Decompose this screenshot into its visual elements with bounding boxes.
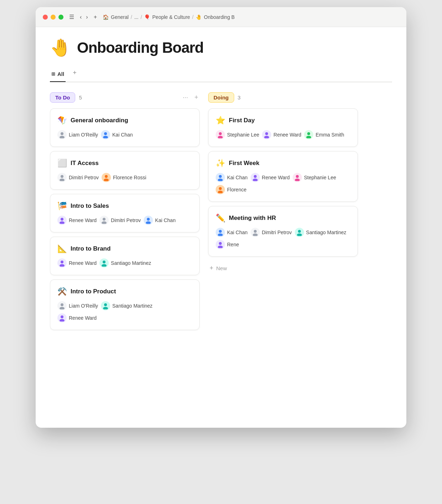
avatar-kai [101, 130, 110, 139]
breadcrumb-ellipsis[interactable]: ... [134, 14, 139, 20]
avatar-santiago-brand [99, 258, 109, 268]
card-assignees-product: Liam O'Reilly Santiago Martinez [57, 301, 192, 323]
breadcrumb-sep-1: / [131, 14, 132, 20]
card-intro-sales[interactable]: 🎏 Intro to Sales Renee Ward [50, 194, 200, 232]
tab-add-button[interactable]: + [70, 68, 79, 78]
svg-point-32 [254, 175, 257, 178]
assignee-kai-sales: Kai Chan [144, 216, 176, 225]
assignee-name-dimitri: Dimitri Petrov [69, 175, 99, 180]
card-title-general-onboarding: General onboarding [71, 117, 128, 124]
add-page-button[interactable]: + [92, 13, 98, 21]
svg-point-33 [253, 179, 258, 181]
assignee-kai-hr: Kai Chan [216, 228, 248, 237]
assignee-name-stephanie-fw: Stephanie Lee [304, 175, 336, 180]
svg-point-20 [104, 303, 107, 306]
svg-point-25 [218, 136, 223, 138]
assignee-name-florence: Florence Rossi [113, 175, 146, 180]
svg-point-26 [265, 132, 268, 135]
page-title: Onboarding Board [77, 39, 204, 56]
avatar-stephanie-fd [216, 130, 225, 139]
svg-point-15 [60, 264, 65, 267]
breadcrumb-people-culture[interactable]: People & Culture [152, 14, 190, 20]
tabs-bar: ⊞ All + [50, 68, 392, 82]
back-button[interactable]: ‹ [78, 13, 83, 21]
assignee-liam-product: Liam O'Reilly [57, 301, 98, 310]
menu-button[interactable]: ☰ [68, 13, 76, 21]
avatar-renee-sales [57, 216, 67, 225]
svg-point-38 [219, 230, 222, 233]
svg-point-19 [60, 307, 65, 309]
assignee-name-renee-fd: Renee Ward [273, 132, 301, 138]
assignee-santiago-hr: Santiago Martinez [295, 228, 346, 237]
page-icon: 🤚 [50, 38, 71, 58]
svg-point-39 [218, 233, 223, 236]
assignee-renee-brand: Renee Ward [57, 258, 97, 268]
svg-point-22 [61, 315, 63, 318]
close-button[interactable] [43, 15, 48, 20]
card-it-access[interactable]: ⬜ IT Access Dimitri Petrov [50, 151, 200, 190]
assignee-liam: Liam O'Reilly [57, 130, 98, 139]
assignee-name-dimitri-hr: Dimitri Petrov [262, 230, 292, 235]
avatar-renee-fd [262, 130, 271, 139]
avatar-dimitri-sales [99, 216, 109, 225]
card-general-onboarding[interactable]: 🪁 General onboarding Liam O'Reilly [50, 108, 200, 147]
avatar-dimitri [57, 173, 67, 182]
column-label-todo[interactable]: To Do [50, 92, 75, 103]
svg-point-5 [60, 179, 65, 181]
svg-point-44 [219, 242, 222, 245]
breadcrumb-general[interactable]: General [111, 14, 129, 20]
card-emoji-product: ⚒️ [57, 287, 67, 296]
svg-point-13 [146, 221, 151, 224]
card-first-week[interactable]: ✨ First Week Kai Chan [208, 151, 358, 202]
card-title-sales: Intro to Sales [71, 202, 109, 210]
card-assignees-hr: Kai Chan Dimitri Petrov Sa [216, 228, 350, 249]
assignee-name-renee-product: Renee Ward [69, 315, 97, 321]
breadcrumb-icon-home: 🏠 [103, 14, 109, 20]
card-assignees-general-onboarding: Liam O'Reilly Kai Chan [57, 130, 192, 139]
title-bar-controls: ☰ ‹ › + [68, 13, 98, 21]
breadcrumb-onboarding[interactable]: Onboarding B [204, 14, 235, 20]
svg-point-35 [295, 179, 300, 181]
svg-point-2 [104, 132, 107, 135]
column-more-todo[interactable]: ··· [181, 93, 189, 102]
tab-all[interactable]: ⊞ All [50, 68, 66, 82]
assignee-florence: Florence Rossi [102, 173, 146, 182]
breadcrumb: 🏠 General / ... / 🎈 People & Culture / 🤚… [103, 14, 235, 20]
main-content: 🤚 Onboarding Board ⊞ All + To Do 5 ··· + [36, 27, 406, 352]
card-meeting-hr[interactable]: ✏️ Meeting with HR Kai Chan [208, 206, 358, 257]
column-add-todo[interactable]: + [193, 93, 200, 102]
svg-point-7 [104, 179, 109, 181]
svg-point-29 [306, 136, 311, 138]
card-assignees-it: Dimitri Petrov Florence Rossi [57, 173, 192, 182]
new-card-button-doing[interactable]: + New [208, 261, 228, 276]
svg-point-23 [60, 319, 65, 322]
card-intro-brand[interactable]: 📐 Intro to Brand Renee Ward [50, 237, 200, 275]
maximize-button[interactable] [58, 15, 63, 20]
assignee-stephanie-fd: Stephanie Lee [216, 130, 259, 139]
svg-point-16 [103, 261, 106, 263]
assignee-name-rene-hr: Rene [227, 242, 239, 247]
svg-point-30 [219, 175, 222, 178]
minimize-button[interactable] [51, 15, 56, 20]
card-intro-product[interactable]: ⚒️ Intro to Product Liam O'Reilly [50, 279, 200, 330]
assignee-dimitri-sales: Dimitri Petrov [99, 216, 141, 225]
column-header-todo: To Do 5 ··· + [50, 92, 200, 103]
title-bar: ☰ ‹ › + 🏠 General / ... / 🎈 People & Cul… [36, 7, 406, 27]
svg-point-24 [219, 132, 222, 135]
assignee-renee-fd: Renee Ward [262, 130, 301, 139]
traffic-lights [43, 15, 63, 20]
nav-arrows: ‹ › [78, 13, 89, 21]
breadcrumb-icon-culture: 🎈 [144, 14, 150, 20]
assignee-name-kai-sales: Kai Chan [155, 217, 176, 223]
avatar-santiago-product [101, 301, 110, 310]
card-first-day[interactable]: ⭐ First Day Stephanie Lee [208, 108, 358, 147]
svg-point-10 [103, 218, 106, 221]
assignee-dimitri-hr: Dimitri Petrov [251, 228, 292, 237]
svg-point-0 [61, 132, 63, 135]
column-label-doing[interactable]: Doing [208, 92, 234, 103]
forward-button[interactable]: › [84, 13, 89, 21]
avatar-liam-product [57, 301, 67, 310]
breadcrumb-sep-2: / [140, 14, 142, 20]
svg-point-41 [253, 233, 258, 236]
card-assignees-brand: Renee Ward Santiago Martinez [57, 258, 192, 268]
